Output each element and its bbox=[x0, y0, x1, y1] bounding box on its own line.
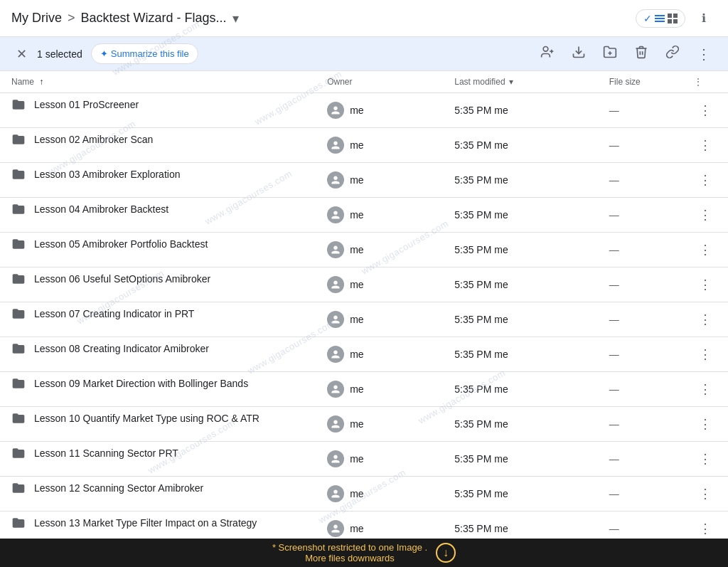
size-cell: — bbox=[598, 163, 682, 198]
download-button[interactable] bbox=[566, 41, 592, 67]
modified-cell: 5:35 PM me bbox=[443, 163, 598, 198]
breadcrumb-dropdown-icon[interactable]: ▾ bbox=[232, 11, 239, 26]
row-more-button[interactable]: ⋮ bbox=[694, 413, 717, 435]
file-name-cell: Lesson 11 Scanning Sector PRT bbox=[0, 442, 316, 465]
copy-link-button[interactable] bbox=[660, 41, 685, 67]
share-button[interactable] bbox=[535, 41, 560, 67]
owner-cell: me bbox=[316, 442, 443, 477]
folder-icon bbox=[11, 378, 26, 389]
table-row[interactable]: Lesson 01 ProScreener me 5:35 PM me—⋮ bbox=[0, 93, 728, 128]
file-name: Lesson 04 Amibroker Backtest bbox=[34, 203, 168, 215]
delete-button[interactable] bbox=[628, 41, 654, 67]
modified-cell: 5:35 PM me bbox=[443, 233, 598, 267]
info-button[interactable]: ℹ bbox=[691, 6, 717, 31]
table-row[interactable]: Lesson 09 Market Direction with Bollinge… bbox=[0, 372, 728, 407]
avatar bbox=[327, 485, 344, 502]
breadcrumb: My Drive > Backtest Wizard - Flags... ▾ bbox=[11, 11, 636, 26]
row-more-button[interactable]: ⋮ bbox=[694, 308, 717, 331]
table-row[interactable]: Lesson 07 Creating Indicator in PRT me 5… bbox=[0, 302, 728, 337]
owner-cell: me bbox=[316, 128, 443, 163]
size-cell: — bbox=[598, 372, 682, 407]
table-row[interactable]: Lesson 03 Amibroker Exploration me 5:35 … bbox=[0, 163, 728, 198]
file-name: Lesson 13 Market Type Filter Impact on a… bbox=[34, 517, 257, 529]
column-options-icon[interactable]: ⋮ bbox=[694, 77, 702, 87]
row-actions-cell: ⋮ bbox=[682, 93, 728, 128]
row-more-button[interactable]: ⋮ bbox=[694, 134, 717, 157]
table-row[interactable]: Lesson 12 Scanning Sector Amibroker me 5… bbox=[0, 477, 728, 512]
file-name-cell: Lesson 02 Amibroker Scan bbox=[0, 128, 316, 151]
owner-cell: me bbox=[316, 267, 443, 302]
table-row[interactable]: Lesson 11 Scanning Sector PRT me 5:35 PM… bbox=[0, 442, 728, 477]
file-size-value: — bbox=[609, 349, 619, 360]
breadcrumb-mydrive[interactable]: My Drive bbox=[11, 11, 62, 26]
file-size-value: — bbox=[609, 139, 619, 151]
file-name: Lesson 05 Amibroker Portfolio Backtest bbox=[34, 238, 208, 250]
file-name: Lesson 11 Scanning Sector PRT bbox=[34, 447, 178, 459]
row-more-button[interactable]: ⋮ bbox=[694, 343, 717, 366]
summarize-button[interactable]: ✦ Summarize this file bbox=[91, 43, 198, 64]
owner-name: me bbox=[350, 383, 363, 395]
download-icon bbox=[572, 45, 586, 63]
col-header-modified[interactable]: Last modified ▾ bbox=[443, 71, 598, 93]
avatar bbox=[327, 346, 344, 363]
breadcrumb-separator: > bbox=[68, 11, 75, 26]
avatar bbox=[327, 102, 344, 119]
table-row[interactable]: Lesson 02 Amibroker Scan me 5:35 PM me—⋮ bbox=[0, 128, 728, 163]
file-name-cell: Lesson 05 Amibroker Portfolio Backtest bbox=[0, 233, 316, 255]
row-more-button[interactable]: ⋮ bbox=[694, 378, 717, 401]
move-button[interactable] bbox=[597, 41, 623, 67]
file-name: Lesson 08 Creating Indicator Amibroker bbox=[34, 343, 209, 354]
row-more-button[interactable]: ⋮ bbox=[694, 169, 717, 191]
table-row[interactable]: Lesson 06 Useful SetOptions Amibroker me… bbox=[0, 267, 728, 302]
file-name: Lesson 02 Amibroker Scan bbox=[34, 134, 153, 145]
folder-icon bbox=[11, 203, 26, 215]
owner-name: me bbox=[350, 314, 363, 325]
file-name-cell: Lesson 03 Amibroker Exploration bbox=[0, 163, 316, 186]
table-row[interactable]: Lesson 04 Amibroker Backtest me 5:35 PM … bbox=[0, 198, 728, 233]
size-cell: — bbox=[598, 267, 682, 302]
col-header-name[interactable]: Name ↑ bbox=[0, 71, 316, 93]
folder-icon bbox=[11, 343, 26, 354]
header-actions: ✓ ℹ bbox=[636, 6, 717, 31]
table-row[interactable]: Lesson 13 Market Type Filter Impact on a… bbox=[0, 512, 728, 539]
row-more-button[interactable]: ⋮ bbox=[694, 482, 717, 505]
row-actions-cell: ⋮ bbox=[682, 267, 728, 302]
modified-cell: 5:35 PM me bbox=[443, 198, 598, 233]
col-header-actions: ⋮ bbox=[682, 71, 728, 93]
row-more-button[interactable]: ⋮ bbox=[694, 517, 717, 539]
folder-icon bbox=[11, 238, 26, 250]
size-cell: — bbox=[598, 233, 682, 267]
row-more-button[interactable]: ⋮ bbox=[694, 238, 717, 261]
owner-cell: me bbox=[316, 407, 443, 442]
table-header-row: Name ↑ Owner Last modified ▾ File size ⋮ bbox=[0, 71, 728, 93]
row-more-button[interactable]: ⋮ bbox=[694, 99, 717, 122]
more-actions-button[interactable]: ⋮ bbox=[691, 41, 717, 67]
table-row[interactable]: Lesson 05 Amibroker Portfolio Backtest m… bbox=[0, 233, 728, 267]
file-size-value: — bbox=[609, 244, 619, 255]
avatar bbox=[327, 206, 344, 223]
owner-name: me bbox=[350, 244, 363, 255]
owner-cell: me bbox=[316, 93, 443, 128]
row-more-button[interactable]: ⋮ bbox=[694, 273, 717, 296]
file-size-value: — bbox=[609, 488, 619, 499]
view-toggle-button[interactable]: ✓ bbox=[636, 9, 685, 28]
row-more-button[interactable]: ⋮ bbox=[694, 447, 717, 470]
table-row[interactable]: Lesson 08 Creating Indicator Amibroker m… bbox=[0, 337, 728, 372]
file-size-value: — bbox=[609, 453, 619, 465]
avatar bbox=[327, 137, 344, 154]
summarize-label: Summarize this file bbox=[111, 48, 189, 59]
avatar bbox=[327, 241, 344, 258]
checkmark-icon: ✓ bbox=[643, 13, 652, 24]
scroll-down-button[interactable]: ↓ bbox=[436, 543, 456, 563]
row-actions-cell: ⋮ bbox=[682, 233, 728, 267]
deselect-button[interactable]: ✕ bbox=[11, 44, 31, 64]
file-size-value: — bbox=[609, 314, 619, 325]
owner-name: me bbox=[350, 418, 363, 430]
row-actions-cell: ⋮ bbox=[682, 198, 728, 233]
move-icon bbox=[603, 45, 617, 63]
table-row[interactable]: Lesson 10 Quantify Market Type using ROC… bbox=[0, 407, 728, 442]
row-more-button[interactable]: ⋮ bbox=[694, 203, 717, 226]
file-size-value: — bbox=[609, 105, 619, 116]
modified-cell: 5:35 PM me bbox=[443, 128, 598, 163]
footer-text-line1: * Screenshot restricted to one Image . bbox=[272, 542, 427, 553]
